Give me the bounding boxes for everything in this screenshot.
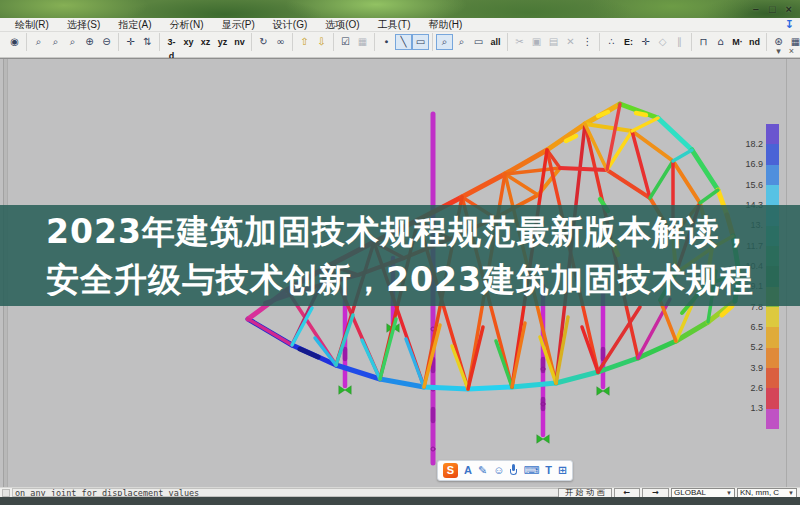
- pan-icon[interactable]: ✛: [122, 34, 139, 50]
- draw-joint-icon[interactable]: ∙: [378, 34, 395, 50]
- window-bottom-edge: [0, 497, 800, 505]
- coord-system-value: GLOBAL: [674, 488, 706, 497]
- screen: – □ × 绘制(R)选择(S)指定(A)分析(N)显示(P)设计(G)选项(O…: [0, 0, 800, 505]
- display-options-icon[interactable]: ☑: [337, 34, 354, 50]
- ime-toolbox-icon[interactable]: ⊞: [558, 463, 567, 478]
- view-xz-button[interactable]: xz: [197, 34, 214, 50]
- ime-smiley-icon[interactable]: ☺: [493, 463, 504, 478]
- object-shade-icon[interactable]: ▦: [354, 34, 371, 50]
- menu-item[interactable]: 帮助(H): [420, 18, 472, 31]
- move-up-level-icon[interactable]: ⇧: [296, 34, 313, 50]
- desktop-wallpaper: – □ ×: [0, 0, 800, 18]
- units-select[interactable]: KN, mm, C ▼: [737, 488, 797, 498]
- maximize-button[interactable]: □: [769, 3, 776, 15]
- legend-value: 18.2: [729, 134, 763, 154]
- select-window-icon[interactable]: ⌕: [436, 34, 453, 50]
- zoom-in-icon[interactable]: ⊕: [81, 34, 98, 50]
- select-poly-icon[interactable]: ▭: [470, 34, 487, 50]
- view-yz-button[interactable]: yz: [214, 34, 231, 50]
- select-intersect-icon[interactable]: ⌕: [453, 34, 470, 50]
- menu-item[interactable]: 选择(S): [58, 18, 109, 31]
- banner-line-2: 安全升级与技术创新，2023建筑加固技术规程: [0, 256, 800, 304]
- menu-item[interactable]: 指定(A): [109, 18, 160, 31]
- copy-icon[interactable]: ▣: [528, 34, 545, 50]
- title-banner: 2023年建筑加固技术规程规范最新版本解读， 安全升级与技术创新，2023建筑加…: [0, 205, 800, 306]
- status-bar: on any joint for displacement values 开 始…: [0, 487, 800, 497]
- ime-logo[interactable]: S: [443, 463, 458, 478]
- snap-joints-icon[interactable]: ∴: [603, 34, 620, 50]
- menu-item[interactable]: 分析(N): [161, 18, 213, 31]
- menu-item[interactable]: 工具(T): [369, 18, 420, 31]
- legend-value: 1.3: [729, 398, 763, 418]
- view-3d-button[interactable]: 3-d: [163, 34, 180, 50]
- coord-system-select[interactable]: GLOBAL ▼: [671, 488, 735, 498]
- legend-color-segment: [766, 388, 779, 408]
- model-viewport[interactable]: 18.216.915.614.313.11.710.49.17.86.55.23…: [0, 58, 800, 487]
- legend-value: 15.6: [729, 175, 763, 195]
- legend-color-segment: [766, 348, 779, 368]
- template-portal-icon[interactable]: ⊓: [695, 34, 712, 50]
- toolbar-close-icon[interactable]: ×: [789, 47, 794, 56]
- snap-move-icon[interactable]: ✛: [637, 34, 654, 50]
- snap-parallel-icon[interactable]: ∥: [671, 34, 688, 50]
- paste-icon[interactable]: ▤: [545, 34, 562, 50]
- toolbar: ◉ ⌕⌕⌕⊕⊖ ✛⇅ 3-dxyxzyznv ↻∞ ⇧⇩ ☑▦ ∙╲▭ ⌕⌕▭a…: [0, 32, 800, 58]
- units-value: KN, mm, C: [740, 488, 779, 497]
- toolbar-overflow-icon[interactable]: ▾: [776, 47, 781, 56]
- snap-diamond-icon[interactable]: ◇: [654, 34, 671, 50]
- zoom-window-icon[interactable]: ⌕: [30, 34, 47, 50]
- legend-color-segment: [766, 165, 779, 185]
- ime-pen-icon[interactable]: ✎: [478, 463, 487, 478]
- legend-color-segment: [766, 368, 779, 388]
- zoom-fit-icon[interactable]: ⌕: [47, 34, 64, 50]
- menu-item[interactable]: 设计(G): [264, 18, 316, 31]
- menu-item[interactable]: 绘制(R): [6, 18, 58, 31]
- draw-frame-icon[interactable]: ╲: [395, 34, 412, 50]
- prev-step-button[interactable]: ←: [614, 488, 641, 498]
- menu-item[interactable]: 选项(O): [316, 18, 368, 31]
- zoom-previous-icon[interactable]: ⌕: [64, 34, 81, 50]
- view-nv-button[interactable]: nv: [231, 34, 248, 50]
- snap-grid-icon[interactable]: ⋮: [579, 34, 596, 50]
- close-button[interactable]: ×: [786, 3, 792, 15]
- legend-color-segment: [766, 307, 779, 327]
- chevron-down-icon: ▼: [788, 490, 794, 496]
- start-animation-button[interactable]: 开 始 动 画: [558, 488, 612, 498]
- perspective-icon[interactable]: ∞: [272, 34, 289, 50]
- window-controls: – □ ×: [753, 3, 792, 15]
- ime-toolbar[interactable]: S A✎☺⌨T⊞: [437, 460, 573, 481]
- rotate-view-icon[interactable]: ↻: [255, 34, 272, 50]
- ime-keyboard-icon[interactable]: ⌨: [523, 463, 539, 478]
- menu-bar: 绘制(R)选择(S)指定(A)分析(N)显示(P)设计(G)选项(O)工具(T)…: [0, 18, 800, 32]
- cut-icon[interactable]: ✂: [511, 34, 528, 50]
- view-xy-button[interactable]: xy: [180, 34, 197, 50]
- snap-ends-icon[interactable]: E:: [620, 34, 637, 50]
- chevron-down-icon: ▼: [726, 490, 732, 496]
- select-all-button[interactable]: all: [487, 34, 504, 50]
- legend-value: 5.2: [729, 337, 763, 357]
- ime-mic-icon[interactable]: [510, 464, 517, 477]
- zoom-out-icon[interactable]: ⊖: [98, 34, 115, 50]
- template-nd-button[interactable]: nd: [746, 34, 763, 50]
- shrink-toggle-icon[interactable]: ⇅: [139, 34, 156, 50]
- menu-item[interactable]: 显示(P): [212, 18, 263, 31]
- legend-color-segment: [766, 124, 779, 144]
- next-step-button[interactable]: →: [642, 488, 669, 498]
- legend-value: 2.6: [729, 378, 763, 398]
- minimize-button[interactable]: –: [753, 3, 759, 15]
- move-down-level-icon[interactable]: ⇩: [313, 34, 330, 50]
- legend-color-segment: [766, 185, 779, 205]
- legend-color-segment: [766, 144, 779, 164]
- download-icon[interactable]: ↧: [785, 18, 794, 31]
- delete-icon[interactable]: ✕: [562, 34, 579, 50]
- resize-grip: [2, 489, 10, 497]
- draw-area-icon[interactable]: ▭: [412, 34, 429, 50]
- legend-value: 3.9: [729, 358, 763, 378]
- template-frame-icon[interactable]: M·: [729, 34, 746, 50]
- ime-skin-icon[interactable]: T: [545, 463, 552, 478]
- legend-value: 16.9: [729, 154, 763, 174]
- refresh-view-icon[interactable]: ◉: [6, 34, 23, 50]
- ime-mode-letter[interactable]: A: [464, 463, 472, 478]
- template-truss-icon[interactable]: ⌂: [712, 34, 729, 50]
- status-message: on any joint for displacement values: [12, 488, 558, 497]
